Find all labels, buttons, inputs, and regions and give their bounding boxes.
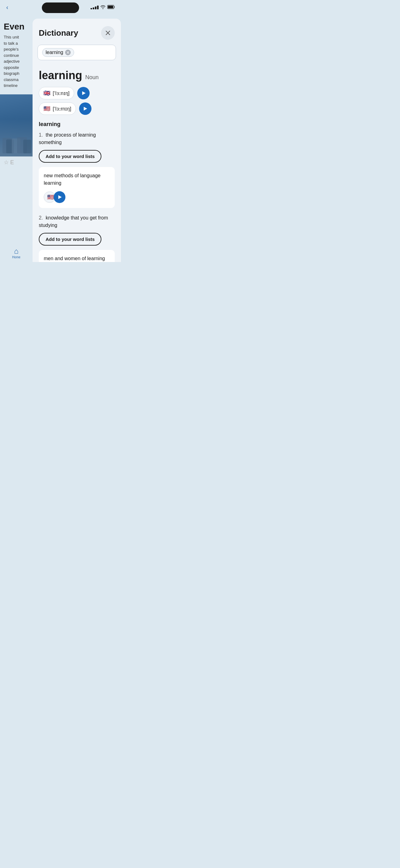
bg-title: Even bbox=[0, 19, 33, 32]
word-pos: Noun bbox=[85, 74, 99, 81]
definitions-section: learning 1. the process of learning some… bbox=[33, 119, 121, 262]
example-text-2: men and women of learning bbox=[44, 255, 110, 262]
definition-2-number: 2. bbox=[39, 215, 43, 220]
pronunc-pill-uk: 🇬🇧 [ˈlɜːnɪŋ] bbox=[39, 87, 74, 99]
play-us-button[interactable] bbox=[79, 102, 92, 115]
definition-1-body: the process of learning something bbox=[39, 132, 96, 145]
bg-star-icon: ☆ E bbox=[4, 159, 29, 166]
search-container[interactable]: learning bbox=[37, 45, 116, 60]
close-button[interactable] bbox=[101, 26, 115, 40]
search-tag-text: learning bbox=[45, 50, 63, 55]
definition-item-2: 2. knowledge that you get from studying … bbox=[39, 214, 115, 262]
definition-2-body: knowledge that you get from studying bbox=[39, 215, 108, 228]
definition-1-text: 1. the process of learning something bbox=[39, 131, 115, 146]
ipa-us: [ˈlɜːrnɪŋ] bbox=[53, 106, 71, 112]
play-us-icon bbox=[84, 107, 87, 111]
us-flag-icon: 🇺🇸 bbox=[43, 105, 50, 112]
example-flag-1-icon: 🇺🇸 bbox=[47, 194, 54, 200]
bg-image bbox=[0, 94, 33, 156]
word-heading: learning Noun bbox=[33, 66, 121, 83]
example-audio-1: 🇺🇸 bbox=[44, 191, 110, 203]
definition-item-1: 1. the process of learning something Add… bbox=[39, 131, 115, 208]
pronunciation-uk-row: 🇬🇧 [ˈlɜːnɪŋ] bbox=[39, 87, 115, 99]
home-tab-area: ⌂ Home bbox=[0, 245, 33, 262]
definition-1-number: 1. bbox=[39, 132, 43, 137]
pronunciation-section: 🇬🇧 [ˈlɜːnɪŋ] 🇺🇸 [ˈlɜːrnɪŋ] bbox=[33, 83, 121, 119]
pronunc-pill-us: 🇺🇸 [ˈlɜːrnɪŋ] bbox=[39, 102, 76, 115]
add-to-wordlist-2-button[interactable]: Add to your word lists bbox=[39, 233, 101, 246]
play-uk-button[interactable] bbox=[77, 87, 90, 99]
home-icon[interactable]: ⌂ bbox=[14, 247, 19, 255]
pronunciation-us-row: 🇺🇸 [ˈlɜːrnɪŋ] bbox=[39, 102, 115, 115]
ipa-uk: [ˈlɜːnɪŋ] bbox=[53, 90, 69, 96]
modal-title: Dictionary bbox=[39, 28, 78, 38]
example-play-1-button[interactable] bbox=[54, 191, 65, 203]
example-text-1: new methods of language learning bbox=[44, 172, 110, 187]
bg-bottom: ☆ E bbox=[0, 156, 33, 168]
example-box-1: new methods of language learning 🇺🇸 bbox=[39, 167, 115, 208]
definition-section-word: learning bbox=[39, 121, 115, 128]
bg-text: This unitto talk apeople'scontinueadject… bbox=[0, 32, 33, 91]
example-box-2: men and women of learning 🇺🇸 bbox=[39, 250, 115, 262]
word-main: learning bbox=[39, 69, 82, 82]
modal-header: Dictionary bbox=[33, 19, 121, 45]
uk-flag-icon: 🇬🇧 bbox=[43, 90, 50, 97]
back-arrow-icon[interactable]: ‹ bbox=[6, 4, 8, 11]
dictionary-modal: Dictionary learning bbox=[33, 19, 121, 262]
search-tag-close-button[interactable] bbox=[65, 50, 71, 55]
home-label: Home bbox=[12, 255, 21, 259]
add-to-wordlist-1-button[interactable]: Add to your word lists bbox=[39, 150, 101, 163]
background-content: Even This unitto talk apeople'scontinuea… bbox=[0, 19, 33, 236]
definition-2-text: 2. knowledge that you get from studying bbox=[39, 214, 115, 229]
modal-overlay: Dictionary learning bbox=[33, 0, 121, 262]
example-play-1-icon bbox=[58, 195, 62, 199]
play-uk-icon bbox=[82, 91, 86, 95]
search-tag: learning bbox=[42, 48, 74, 57]
